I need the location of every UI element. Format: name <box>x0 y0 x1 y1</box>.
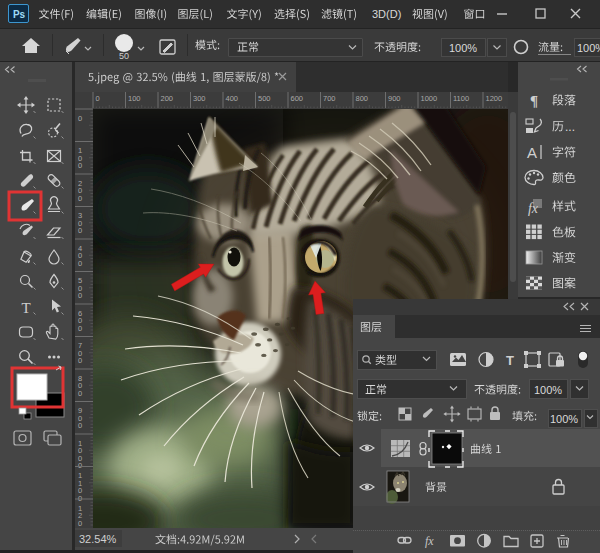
svg-text:100%: 100% <box>534 384 562 396</box>
svg-text:0: 0 <box>78 389 82 398</box>
svg-text:100%: 100% <box>550 413 578 425</box>
svg-text:50: 50 <box>119 51 129 61</box>
svg-text:3D(D): 3D(D) <box>372 8 401 20</box>
svg-text:T: T <box>21 300 30 316</box>
svg-text:0: 0 <box>96 94 100 103</box>
svg-text:700: 700 <box>323 94 336 103</box>
svg-text:0: 0 <box>78 356 82 365</box>
svg-text:...: ... <box>565 120 575 134</box>
svg-text:200: 200 <box>161 94 174 103</box>
svg-text:0: 0 <box>78 421 82 430</box>
svg-text:0: 0 <box>78 114 82 123</box>
svg-text:500: 500 <box>258 94 271 103</box>
svg-text:fx: fx <box>528 201 539 216</box>
svg-text:0: 0 <box>78 324 82 333</box>
svg-text:0: 0 <box>78 519 82 528</box>
svg-text:T: T <box>506 353 514 368</box>
svg-text:0: 0 <box>78 194 82 203</box>
svg-text:400: 400 <box>226 94 239 103</box>
svg-text:32.54%: 32.54% <box>79 533 117 545</box>
svg-text:600: 600 <box>291 94 304 103</box>
svg-text:300: 300 <box>193 94 206 103</box>
svg-text:0: 0 <box>78 259 82 268</box>
svg-text:0: 0 <box>78 461 82 470</box>
svg-text:A: A <box>527 144 537 161</box>
svg-text:100: 100 <box>128 94 141 103</box>
svg-text:0: 0 <box>78 291 82 300</box>
svg-text:900: 900 <box>388 94 401 103</box>
svg-text:100%: 100% <box>449 42 477 54</box>
svg-text:¶: ¶ <box>530 93 538 109</box>
svg-text:1200: 1200 <box>486 94 503 103</box>
svg-text:1000: 1000 <box>421 94 438 103</box>
svg-text:100%: 100% <box>577 42 600 54</box>
svg-text:1100: 1100 <box>453 94 469 103</box>
svg-text:Ps: Ps <box>13 9 26 20</box>
svg-text:0: 0 <box>78 494 82 503</box>
svg-text:800: 800 <box>356 94 369 103</box>
svg-text:0: 0 <box>78 161 82 170</box>
svg-text:0: 0 <box>78 226 82 235</box>
svg-text:fx: fx <box>425 534 434 548</box>
